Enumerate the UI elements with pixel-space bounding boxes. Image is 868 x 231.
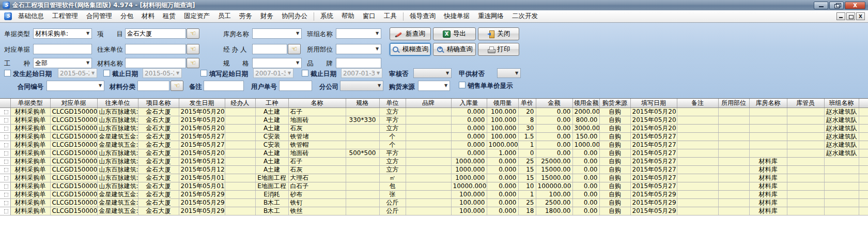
cell-agent[interactable] [225, 191, 255, 199]
cell-amount[interactable]: 2500.00 [536, 199, 572, 207]
cell-position[interactable] [718, 133, 749, 141]
cell-unit[interactable]: 平方 [379, 149, 406, 158]
cell-unit[interactable]: 平方 [379, 116, 406, 125]
cell-position[interactable] [718, 174, 749, 182]
row-selector[interactable] [0, 182, 10, 191]
cell-warehouse[interactable] [749, 133, 787, 141]
cell-occur_date[interactable]: 2015年05月12日 [179, 166, 225, 174]
cell-position[interactable] [718, 125, 749, 133]
table-row[interactable]: 材料采购单CLCGD150000006金星建筑五金:金石大厦2015年05月29… [0, 199, 868, 207]
cell-name[interactable]: 石子 [288, 108, 346, 116]
col-header-keeper[interactable]: 库管员 [787, 99, 824, 108]
cell-type[interactable]: 材料采购单 [10, 174, 50, 182]
col-header-amount[interactable]: 金额 [536, 99, 572, 108]
menu-item[interactable]: 工程管理 [48, 10, 82, 22]
cell-unit[interactable]: ㎡ [379, 174, 406, 182]
cell-price[interactable]: 25 [518, 158, 536, 166]
vendor-lookup-button[interactable]: ☜ [187, 44, 199, 54]
col-header-spec[interactable]: 规格 [346, 99, 379, 108]
cell-price[interactable]: 1 [518, 141, 536, 149]
doc-type-select[interactable]: 材料采购单: ▼ [33, 28, 92, 39]
cell-agent[interactable] [225, 158, 255, 166]
cell-type[interactable]: 材料采购单 [10, 133, 50, 141]
cell-use_qty[interactable]: 0.000 [487, 207, 518, 215]
agent-lookup-button[interactable]: ☜ [288, 44, 301, 54]
table-row[interactable]: 材料采购单CLCGD150000001山东百脉建筑:金石大厦2015年05月20… [0, 149, 868, 158]
cell-type[interactable]: 材料采购单 [10, 149, 50, 158]
cell-team[interactable] [824, 174, 859, 182]
cell-occur_date[interactable]: 2015年05月20日 [179, 125, 225, 133]
cell-in_qty[interactable]: 0.000 [451, 149, 487, 158]
cell-price[interactable]: 10 [518, 182, 536, 191]
cell-team[interactable]: 赵水建筑队 [824, 133, 859, 141]
cell-remark[interactable] [677, 182, 718, 191]
cell-use_qty[interactable]: 0.000 [487, 166, 518, 174]
cell-unit[interactable]: 立方 [379, 166, 406, 174]
fill-start-checkbox[interactable] [200, 70, 207, 76]
cell-fill_date[interactable]: 2015年05月29日 [630, 199, 677, 207]
cell-name[interactable]: 铁管帽 [288, 141, 346, 149]
table-row[interactable]: 材料采购单CLCGD150000002金星建筑五金:金石大厦2015年05月27… [0, 133, 868, 141]
col-header-price[interactable]: 单价 [518, 99, 536, 108]
cell-doc_no[interactable]: CLCGD150000002 [50, 133, 97, 141]
cell-amount[interactable]: 15000.00 [536, 166, 572, 174]
cell-unit[interactable]: 立方 [379, 125, 406, 133]
cell-use_qty[interactable]: 0.000 [487, 158, 518, 166]
cell-fill_date[interactable]: 2015年05月27日 [630, 182, 677, 191]
cell-project[interactable]: 金石大厦 [138, 125, 179, 133]
cell-warehouse[interactable]: 材料库 [749, 166, 787, 174]
col-header-agent[interactable]: 经办人 [225, 99, 255, 108]
cell-source[interactable]: 自购 [599, 133, 630, 141]
fill-end-checkbox[interactable] [302, 70, 308, 76]
cell-team[interactable]: 赵水建筑队 [824, 141, 859, 149]
cell-spec[interactable]: 500*500 [346, 149, 379, 158]
cell-remark[interactable] [677, 125, 718, 133]
cell-name[interactable]: 白石子 [288, 182, 346, 191]
spec-select[interactable]: ▼ [252, 58, 302, 68]
cell-fill_date[interactable]: 2015年05月27日 [630, 133, 677, 141]
cell-doc_no[interactable]: CLCGD150000001 [50, 108, 97, 116]
menu-item[interactable]: 材料 [137, 10, 159, 22]
cell-work_type[interactable]: E地面工程 [255, 174, 288, 182]
menu-item[interactable]: 员工 [214, 10, 235, 22]
cell-warehouse[interactable]: 材料库 [749, 199, 787, 207]
cell-source[interactable]: 自购 [599, 199, 630, 207]
cell-brand[interactable] [406, 166, 451, 174]
cell-keeper[interactable] [787, 149, 824, 158]
exact-query-button[interactable]: 精确查询 [433, 43, 476, 56]
cell-amount[interactable]: 0.00 [536, 133, 572, 141]
cell-warehouse[interactable] [749, 125, 787, 133]
cell-position[interactable] [718, 158, 749, 166]
cell-brand[interactable] [406, 133, 451, 141]
cell-occur_date[interactable]: 2015年05月29日 [179, 207, 225, 215]
col-header-project[interactable]: 项目名称 [138, 99, 179, 108]
material-lookup-button[interactable]: ☜ [187, 58, 199, 68]
row-selector[interactable] [0, 158, 10, 166]
cell-amount[interactable]: 1800.00 [536, 207, 572, 215]
cell-project[interactable]: 金石大厦 [138, 182, 179, 191]
cell-work_type[interactable]: A土建 [255, 158, 288, 166]
row-selector[interactable] [0, 174, 10, 182]
cell-keeper[interactable] [787, 182, 824, 191]
cell-use_qty[interactable]: 100.000 [487, 125, 518, 133]
fuzzy-query-button[interactable]: 模糊查询 [390, 43, 431, 56]
cell-source[interactable]: 自购 [599, 108, 630, 116]
cell-work_type[interactable]: E地面工程 [255, 182, 288, 191]
cell-unit[interactable]: 立方 [379, 108, 406, 116]
cell-brand[interactable] [406, 191, 451, 199]
cell-amount[interactable]: 0.00 [536, 116, 572, 125]
cell-use_amount[interactable]: 150.00 [572, 133, 599, 141]
cell-spec[interactable] [346, 141, 379, 149]
minimize-button[interactable] [814, 2, 828, 9]
cell-remark[interactable] [677, 116, 718, 125]
cell-position[interactable] [718, 182, 749, 191]
cell-keeper[interactable] [787, 133, 824, 141]
cell-amount[interactable]: 100000.00 [536, 182, 572, 191]
cell-use_qty[interactable]: 0.000 [487, 174, 518, 182]
owner-supply-select[interactable]: ▼ [497, 68, 521, 78]
col-header-unit[interactable]: 单位 [379, 99, 406, 108]
cell-in_qty[interactable]: 0.000 [451, 133, 487, 141]
menu-item[interactable]: 协同办公 [277, 10, 312, 22]
cell-brand[interactable] [406, 199, 451, 207]
cell-brand[interactable] [406, 116, 451, 125]
